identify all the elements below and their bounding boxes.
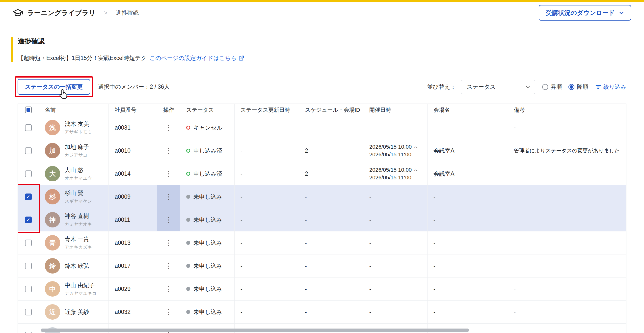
schedule-venue-id: - — [299, 300, 363, 324]
column-header-venue: 会場名 — [428, 104, 508, 116]
row-checkbox[interactable]: ✓ — [25, 194, 32, 200]
avatar: 青 — [45, 235, 60, 250]
row-checkbox[interactable]: ✓ — [25, 216, 32, 223]
venue-name: - — [428, 208, 508, 232]
row-checkbox[interactable] — [25, 263, 32, 269]
column-header-actions: 操作 — [157, 104, 180, 116]
status-label: 未申し込み — [194, 308, 222, 316]
status-dot-icon — [186, 310, 190, 314]
avatar: 浅 — [45, 120, 60, 135]
member-name: 浅木 友美 — [65, 120, 92, 128]
status-updated-at: - — [234, 232, 299, 254]
avatar: 中 — [45, 281, 60, 296]
sort-asc-radio[interactable]: 昇順 — [542, 83, 562, 91]
row-checkbox[interactable] — [25, 332, 32, 333]
breadcrumb-current: 進捗確認 — [116, 9, 139, 16]
venue-name: - — [428, 232, 508, 254]
setup-guide-link[interactable]: このページの設定ガイドはこちら — [150, 54, 244, 62]
selection-count: 選択中のメンバー：2 / 36人 — [98, 83, 170, 91]
status-label: 未申し込み — [194, 285, 222, 293]
row-checkbox[interactable] — [25, 309, 32, 316]
bulk-change-annotated-area: ステータスの一括変更 — [18, 79, 90, 95]
status-label: キャンセル — [194, 124, 223, 132]
status-dot-icon — [186, 241, 190, 245]
top-accent-bar — [0, 0, 644, 2]
status-label: 申し込み済 — [194, 170, 222, 178]
filter-button[interactable]: 絞り込み — [595, 83, 626, 91]
member-kana: オオヤマユウ — [65, 175, 92, 181]
status-updated-at: - — [234, 139, 299, 162]
venue-name: 会議室A — [428, 162, 508, 185]
event-datetime: - — [363, 116, 428, 139]
employee-id: a0009 — [109, 185, 157, 208]
venue-name: 会議室A — [428, 139, 508, 162]
employee-id: a0011 — [109, 208, 157, 232]
employee-id: a0017 — [109, 254, 157, 278]
schedule-venue-id: - — [299, 116, 363, 139]
note: - — [508, 185, 626, 208]
note: - — [508, 232, 626, 254]
row-actions-menu-icon[interactable]: ⋮ — [157, 208, 180, 231]
sort-order-group: 昇順 降順 — [542, 83, 588, 91]
row-actions-menu-icon[interactable]: ⋮ — [157, 232, 180, 254]
event-datetime: - — [363, 300, 428, 324]
row-checkbox[interactable] — [25, 286, 32, 292]
status-updated-at: - — [234, 162, 299, 185]
column-header-schedule-id: スケジュール・会場ID — [299, 104, 363, 116]
venue-name: - — [428, 116, 508, 139]
column-header-status: ステータス — [180, 104, 234, 116]
course-name: 【超時短・Excel術】1日15分！実戦Excel時短テク — [18, 54, 147, 62]
venue-name: - — [428, 254, 508, 278]
select-all-checkbox[interactable] — [25, 106, 32, 113]
row-actions-menu-icon[interactable]: ⋮ — [157, 278, 180, 300]
status-dot-icon — [186, 195, 190, 199]
row-checkbox[interactable] — [25, 240, 32, 246]
table-row: 大 大山 悠 オオヤマユウ a0014 ⋮ 申し込み済 - 2 2026/05/… — [18, 162, 626, 185]
member-name: 杉山 賢 — [65, 189, 92, 197]
column-header-name: 名前 — [39, 104, 109, 116]
avatar: 加 — [45, 143, 60, 158]
sort-desc-radio[interactable]: 降順 — [568, 83, 588, 91]
sort-desc-label: 降順 — [577, 83, 588, 91]
employee-id: a0029 — [109, 278, 157, 300]
sort-label: 並び替え： — [427, 83, 456, 91]
member-name: 大山 悠 — [65, 166, 92, 174]
download-button-label: 受講状況のダウンロード — [546, 9, 615, 17]
event-datetime: - — [363, 185, 428, 208]
employee-id: a0014 — [109, 162, 157, 185]
status-updated-at: - — [234, 116, 299, 139]
radio-checked-icon — [568, 84, 574, 90]
download-status-button[interactable]: 受講状況のダウンロード — [539, 5, 631, 20]
member-kana: アサギトモミ — [65, 129, 92, 135]
bulk-status-change-button[interactable]: ステータスの一括変更 — [18, 79, 90, 95]
table-row: 浅 浅木 友美 アサギトモミ a0031 ⋮ キャンセル - - - - - — [18, 116, 626, 139]
row-actions-menu-icon[interactable]: ⋮ — [157, 185, 180, 208]
note: - — [508, 208, 626, 232]
schedule-venue-id: 2 — [299, 162, 363, 185]
row-checkbox[interactable] — [25, 170, 32, 177]
table-toolbar: ステータスの一括変更 選択中のメンバー：2 / 36人 並び替え： ステータス … — [18, 79, 626, 95]
status-dot-icon — [186, 287, 190, 291]
schedule-venue-id: - — [299, 185, 363, 208]
row-actions-menu-icon[interactable]: ⋮ — [157, 116, 180, 139]
member-name: 加地 麻子 — [65, 143, 89, 151]
sort-select[interactable]: ステータス — [461, 80, 535, 94]
event-datetime: 2026/05/15 10:00 ～2026/05/15 11:00 — [363, 162, 428, 185]
page: { "colors": { "accent": "#2255c4", "link… — [0, 0, 644, 333]
note: 管理者によりステータスの変更がありました — [508, 139, 626, 162]
row-actions-menu-icon[interactable]: ⋮ — [157, 139, 180, 162]
member-kana: スギヤマケン — [65, 198, 92, 204]
breadcrumb-root[interactable]: ラーニングライブラリ — [27, 8, 96, 17]
row-checkbox[interactable] — [25, 148, 32, 154]
table-row: 加 加地 麻子 カジアサコ a0010 ⋮ 申し込み済 - 2 2026/05/… — [18, 139, 626, 162]
row-actions-menu-icon[interactable]: ⋮ — [157, 162, 180, 185]
row-actions-menu-icon[interactable]: ⋮ — [157, 300, 180, 323]
row-actions-menu-icon[interactable]: ⋮ — [157, 254, 180, 277]
breadcrumb-separator: > — [104, 10, 108, 16]
chevron-down-icon — [525, 84, 530, 90]
status-updated-at: - — [234, 300, 299, 324]
horizontal-scrollbar-thumb[interactable] — [40, 328, 469, 332]
row-checkbox[interactable] — [25, 124, 32, 131]
graduation-cap-icon — [12, 8, 23, 18]
avatar: 神 — [45, 212, 60, 228]
